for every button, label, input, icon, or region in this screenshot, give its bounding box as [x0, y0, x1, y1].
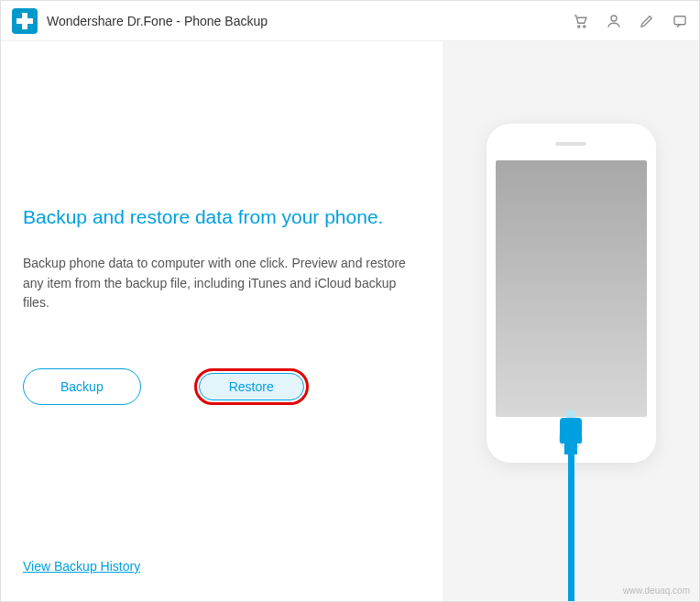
svg-point-2: [611, 16, 617, 21]
page-heading: Backup and restore data from your phone.: [23, 206, 421, 228]
svg-rect-3: [674, 16, 685, 24]
titlebar-actions: [573, 13, 688, 29]
right-panel: [443, 41, 699, 601]
cable-connector: [560, 418, 582, 443]
app-title: Wondershare Dr.Fone - Phone Backup: [47, 14, 573, 28]
svg-point-1: [584, 25, 585, 27]
feedback-icon[interactable]: [672, 13, 688, 29]
page-description: Backup phone data to computer with one c…: [23, 254, 417, 313]
cart-icon[interactable]: [573, 13, 589, 29]
account-icon[interactable]: [606, 13, 622, 29]
usb-cable-illustration: [560, 418, 582, 601]
app-logo: [12, 8, 38, 34]
app-window: Wondershare Dr.Fone - Phone Backup Backu…: [0, 0, 700, 602]
watermark: www.deuaq.com: [623, 586, 690, 596]
view-backup-history-link[interactable]: View Backup History: [23, 559, 421, 574]
titlebar: Wondershare Dr.Fone - Phone Backup: [1, 1, 699, 41]
phone-speaker: [555, 142, 586, 146]
content-area: Backup and restore data from your phone.…: [1, 41, 699, 601]
edit-icon[interactable]: [639, 13, 655, 29]
restore-button[interactable]: Restore: [199, 373, 304, 400]
backup-button[interactable]: Backup: [23, 368, 141, 405]
phone-screen: [496, 160, 647, 417]
button-row: Backup Restore: [23, 368, 421, 405]
svg-point-0: [578, 25, 580, 27]
left-panel: Backup and restore data from your phone.…: [1, 41, 443, 601]
restore-button-highlight: Restore: [194, 368, 309, 405]
